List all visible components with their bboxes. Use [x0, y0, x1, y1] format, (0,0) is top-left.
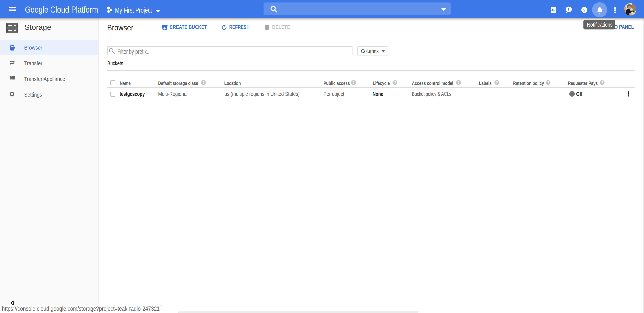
svg-text:?: ?: [583, 8, 586, 12]
